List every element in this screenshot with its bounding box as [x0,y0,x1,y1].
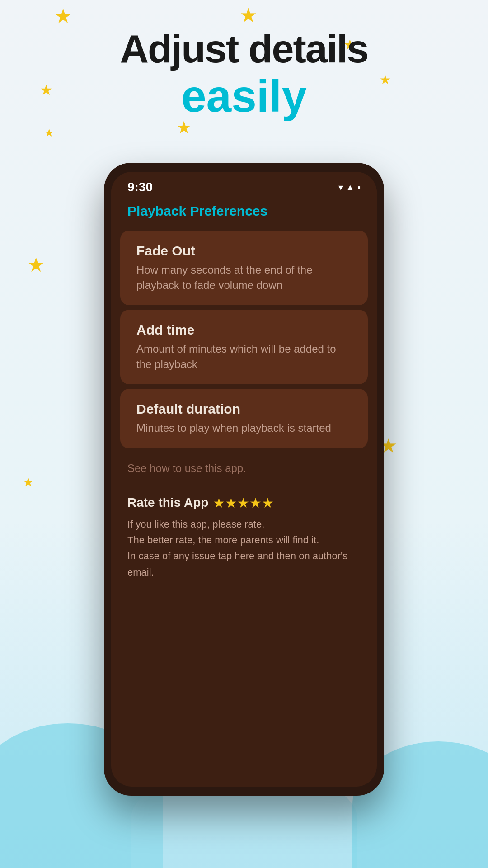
phone-screen: 9:30 ▾ ▲ ▪ Playback Preferences Fade Out… [111,172,377,787]
status-time: 9:30 [127,180,153,194]
decorative-star-6: ★ [44,127,54,139]
phone-mockup: 9:30 ▾ ▲ ▪ Playback Preferences Fade Out… [104,163,384,796]
fade-out-title: Fade Out [136,243,352,259]
status-icons: ▾ ▲ ▪ [338,182,361,193]
setting-card-fade-out[interactable]: Fade Out How many seconds at the end of … [120,231,368,305]
status-bar: 9:30 ▾ ▲ ▪ [111,172,377,199]
add-time-title: Add time [136,322,352,338]
decorative-star-7: ★ [27,253,45,276]
battery-icon: ▪ [357,182,361,193]
rate-desc-1: If you like this app, please rate. [127,516,361,532]
wifi-icon: ▾ [338,182,343,193]
decorative-star-0: ★ [54,5,72,28]
fade-out-desc: How many seconds at the end of the playb… [136,262,352,292]
rate-desc-2: The better rate, the more parents will f… [127,532,361,548]
rate-title-row: Rate this App ★★★★★ [127,495,361,511]
rate-desc-3: In case of any issue tap here and then o… [127,548,361,580]
header-line1: Adjust details [0,27,488,71]
header-line2: easily [0,71,488,121]
add-time-desc: Amount of minutes which will be added to… [136,341,352,372]
setting-card-default-duration[interactable]: Default duration Minutes to play when pl… [120,389,368,448]
rate-stars: ★★★★★ [213,495,274,511]
rate-title: Rate this App [127,495,208,510]
setting-card-add-time[interactable]: Add time Amount of minutes which will be… [120,310,368,384]
signal-icon: ▲ [346,182,355,193]
see-how-text[interactable]: See how to use this app. [111,453,377,484]
decorative-star-11: ★ [23,475,34,490]
app-bar-title: Playback Preferences [127,203,361,219]
header-section: Adjust details easily [0,27,488,121]
decorative-star-1: ★ [239,4,257,27]
default-duration-title: Default duration [136,401,352,417]
app-bar: Playback Preferences [111,199,377,226]
rate-section[interactable]: Rate this App ★★★★★ If you like this app… [111,484,377,591]
default-duration-desc: Minutes to play when playback is started [136,420,352,436]
